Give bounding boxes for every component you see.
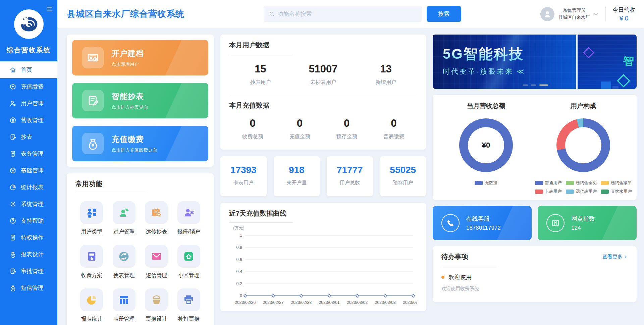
sms-icon [150,250,163,263]
legend-swatch [566,181,574,185]
sidebar-item-privileged-ops[interactable]: 特权操作 [0,229,57,246]
sidebar-item-home[interactable]: 首页 [0,61,57,78]
promo-banner-carousel[interactable]: 5G智能科技 时代变革·放眼未来 ≪ 智 [433,35,637,89]
legend-label: 卡表用户 [545,189,562,195]
sidebar-item-recharge-pay[interactable]: 充值缴费 [0,78,57,95]
function-label: 表册管理 [113,316,135,323]
diamond-shape [583,47,594,58]
function-remote-reading[interactable]: 远传抄表 [140,201,173,235]
online-service-phone: 18780117972 [466,225,501,231]
stat-card-value: 71777 [327,165,373,175]
legend-item-远传表用户: 远传表用户 [566,189,597,195]
sidebar-item-sms-mgmt[interactable]: 短信管理 [0,279,57,296]
money-bag-icon [9,251,16,258]
sidebar-item-stats-report[interactable]: 统计报表 [0,179,57,196]
stat-card-label: 用户总数 [327,180,373,186]
middle-column: 本月用户数据 15抄表用户51007未抄表用户13新增用户 本月充值数据 0收费… [220,35,426,325]
doc-pen-icon [9,133,16,141]
stat-value: 0 [323,117,370,129]
function-transfer-mgmt[interactable]: 过户管理 [108,201,141,235]
monthly-recharge-stats: 0收费总额0充值金额0预存金额0普表缴费 [229,117,417,140]
donut-legends: 无数据 普通用户违约金全免违约金减半卡表用户远传表用户直饮水用户 [437,180,632,195]
stat-item: 0充值金额 [276,117,323,140]
collapse-sidebar-icon[interactable] [46,5,53,13]
sidebar-item-meter-mgmt[interactable]: 表务管理 [0,145,57,162]
quick-action-open-account[interactable]: 开户建档点击新增用户 [72,40,208,75]
stat-value: 13 [355,63,417,75]
carousel-dots [523,85,548,86]
header: 县城区自来水厂综合营收系统 搜索 系统管理员 县城区自来水厂 [57,0,644,28]
function-suspend-cancel[interactable]: 报停/销户 [173,201,205,235]
sidebar-item-label: 充值缴费 [21,83,44,91]
user-menu[interactable]: 系统管理员 县城区自来水厂 [540,7,599,21]
function-tile [177,201,200,224]
svg-text:0.8: 0.8 [236,245,242,250]
carousel-dot[interactable] [531,85,536,86]
sidebar-item-revenue-mgmt[interactable]: 营收管理 [0,112,57,128]
legend-swatch [475,181,483,185]
sidebar-item-user-mgmt[interactable]: 用户管理 [0,95,57,112]
function-label: 用户类型 [81,228,102,235]
stat-item: 13新增用户 [355,63,417,86]
quick-action-title: 智能抄表 [112,91,148,102]
meter-card-icon [9,150,16,157]
legend-label: 违约金全免 [576,180,597,186]
monthly-user-stats: 15抄表用户51007未抄表用户13新增用户 [229,63,417,86]
question-icon [9,217,16,224]
todo-item[interactable]: 欢迎使用 [441,273,628,281]
avatar-person-icon [542,9,552,19]
section-divider [229,94,417,94]
quick-action-recharge[interactable]: 充值缴费点击进入充值缴费页面 [72,126,208,161]
carousel-dot-active[interactable] [539,85,548,86]
function-meter-swap[interactable]: 换表管理 [108,245,141,279]
view-more-link[interactable]: 查看更多 [602,254,628,260]
search-input[interactable] [278,11,417,17]
sidebar-item-approval-mgmt[interactable]: 审批管理 [0,263,57,279]
function-book-mgmt[interactable]: 表册管理 [108,288,141,323]
function-user-type[interactable]: 用户类型 [75,201,108,235]
branch-index-card[interactable]: 网点指数 124 [538,206,637,240]
function-sms[interactable]: 短信管理 [140,245,173,279]
function-fee-plan[interactable]: 收费方案 [75,245,108,279]
svg-text:0.6: 0.6 [236,257,242,262]
function-community[interactable]: 小区管理 [173,245,205,279]
legend-swatch [535,189,543,194]
function-report-stats[interactable]: 报表统计 [75,288,108,323]
sidebar-item-label: 报表设计 [21,251,44,258]
function-tile [80,245,103,268]
sidebar-item-label: 首页 [21,66,32,74]
todo-list: 欢迎使用欢迎使用收费系统 [441,273,628,292]
sidebar-item-system-mgmt[interactable]: 系统管理 [0,196,57,212]
quick-action-iconbox [82,90,104,111]
svc-texts: 网点指数 124 [571,215,595,231]
svc-icon-circle [441,214,460,232]
function-ticket-design[interactable]: 票据设计 [140,288,173,323]
stat-card-预存用户: 55025预存用户 [380,156,426,196]
monthly-revenue-donut-wrap: ¥0 [437,118,535,172]
todo-card: 待办事项 查看更多 欢迎使用欢迎使用收费系统 [433,246,637,302]
sidebar-item-basic-mgmt[interactable]: 基础管理 [0,162,57,179]
banner-title: 5G智能科技 [443,45,576,63]
monthly-revenue-donut-title: 当月营收总额 [437,102,535,110]
arrow-right-icon [623,255,628,259]
todo-bullet-dot [441,276,444,279]
carousel-dot[interactable] [523,85,528,86]
stat-label: 普表缴费 [370,133,417,140]
quick-action-smart-reading[interactable]: 智能抄表点击进入抄表界面 [72,83,208,118]
search-button[interactable]: 搜索 [427,6,461,22]
function-ticket-reprint[interactable]: 补打票据 [173,288,205,323]
doc-pen-icon [9,268,16,275]
stat-item: 0收费总额 [229,117,276,140]
page-title: 县城区自来水厂综合营收系统 [67,8,184,20]
sidebar-menu: 首页充值缴费用户管理营收管理抄表表务管理基础管理统计报表系统管理支持帮助特权操作… [0,61,57,325]
title-underline [229,54,293,54]
sidebar-item-support-help[interactable]: 支持帮助 [0,212,57,229]
online-service-card[interactable]: 在线客服 18780117972 [433,206,532,240]
chevron-down-icon [593,11,599,17]
function-tile [145,201,168,224]
sidebar: 综合营收系统 首页充值缴费用户管理营收管理抄表表务管理基础管理统计报表系统管理支… [0,0,57,325]
sidebar-item-meter-reading[interactable]: 抄表 [0,128,57,145]
legend-swatch [601,189,609,194]
sidebar-item-report-design[interactable]: 报表设计 [0,246,57,263]
svg-text:2023/03/02: 2023/03/02 [347,300,368,305]
